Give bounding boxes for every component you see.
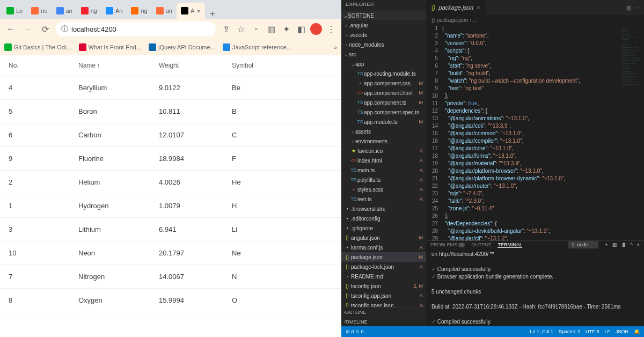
status-spaces[interactable]: Spaces: 2: [559, 329, 580, 334]
file-item[interactable]: {}tsconfig.app.jsonA: [341, 291, 426, 301]
bookmark-item[interactable]: Git Basics | The Odi...: [4, 43, 71, 51]
code-editor[interactable]: 1234567891011121314151617181920212223242…: [426, 25, 644, 240]
terminal-tab[interactable]: TERMINAL: [497, 242, 522, 248]
close-icon[interactable]: ×: [196, 7, 201, 15]
file-item[interactable]: ▪karma.conf.jsA: [341, 243, 426, 252]
file-label: package-lock.json: [351, 264, 394, 270]
file-item[interactable]: TStest.tsA: [341, 194, 426, 204]
cell-weight: 10.811: [159, 107, 232, 115]
browser-tab[interactable]: no: [27, 3, 52, 19]
editor-tab[interactable]: {}package.json×: [426, 0, 486, 15]
material-table: No. Name↑ Weight Symbol 4Beryllium9.0122…: [0, 55, 341, 312]
back-button[interactable]: ←: [4, 23, 17, 35]
line-number: 5: [426, 55, 438, 62]
file-item[interactable]: TSapp.component.spec.ts: [341, 107, 426, 117]
header-symbol[interactable]: Symbol: [232, 62, 286, 69]
new-tab-button[interactable]: +: [205, 9, 220, 19]
file-item[interactable]: ★favicon.icoA: [341, 146, 426, 156]
browser-tab[interactable]: Lo: [2, 3, 27, 19]
url-text: localhost:4200: [71, 25, 116, 33]
status-lang[interactable]: JSON: [616, 329, 628, 334]
file-item[interactable]: {}package.jsonM: [341, 252, 426, 262]
problems-tab[interactable]: PROBLEMS2: [430, 242, 465, 247]
file-item[interactable]: TSapp-routing.module.ts: [341, 69, 426, 78]
bookmark-item[interactable]: What Is Front-End...: [79, 43, 141, 51]
file-item[interactable]: ▪.editorconfig: [341, 214, 426, 223]
browser-tab[interactable]: an: [52, 3, 77, 19]
header-weight[interactable]: Weight: [159, 62, 232, 69]
file-item[interactable]: TSapp.component.tsM: [341, 98, 426, 107]
ext-icon[interactable]: ▥: [265, 24, 277, 34]
more-tab[interactable]: ···: [529, 242, 533, 247]
maximize-icon[interactable]: ^: [631, 242, 633, 247]
folder-item[interactable]: ›assets: [341, 127, 426, 136]
address-bar[interactable]: ⓘ localhost:4200: [56, 21, 216, 36]
status-eol[interactable]: LF: [604, 329, 610, 334]
root-folder[interactable]: ⌄SORTONE: [341, 11, 426, 20]
folder-item[interactable]: ›environments: [341, 136, 426, 146]
header-name[interactable]: Name↑: [78, 62, 159, 69]
split-terminal-icon[interactable]: ▥: [612, 242, 617, 247]
folder-item[interactable]: ›.vscode: [341, 30, 426, 40]
status-errors[interactable]: ⊘ 0 ⚠ 0: [346, 329, 364, 334]
file-item[interactable]: {}angular.jsonM: [341, 233, 426, 243]
browser-tab[interactable]: ng: [127, 3, 151, 19]
bookmark-icon[interactable]: ☆: [235, 24, 247, 34]
file-item[interactable]: TSmain.tsA: [341, 165, 426, 175]
status-bell-icon[interactable]: 🔔: [634, 329, 640, 334]
shell-select[interactable]: 1: node: [568, 241, 598, 248]
header-no[interactable]: No.: [9, 62, 78, 69]
reload-button[interactable]: ⟳: [39, 23, 52, 35]
bookmark-overflow-icon[interactable]: »: [334, 44, 337, 50]
file-label: .angular: [349, 23, 368, 28]
folder-item[interactable]: ›.angular: [341, 20, 426, 30]
file-item[interactable]: {}package-lock.jsonA: [341, 262, 426, 272]
bookmark-item[interactable]: jQuery API Docume...: [149, 43, 215, 51]
code-line: "@angular-devkit/build-angular": "~13.1.…: [442, 228, 644, 235]
line-number: 10: [426, 92, 438, 100]
more-icon[interactable]: ···: [635, 5, 640, 11]
file-item[interactable]: TSpolyfills.tsA: [341, 175, 426, 185]
file-item[interactable]: {}tsconfig.json2, M: [341, 281, 426, 291]
timeline-section[interactable]: ›TIMELINE: [341, 317, 426, 326]
outline-section[interactable]: ›OUTLINE: [341, 307, 426, 317]
menu-icon[interactable]: ⋮: [325, 24, 337, 34]
new-terminal-icon[interactable]: +: [605, 242, 608, 247]
status-position[interactable]: Ln 1, Col 1: [530, 329, 553, 334]
file-item[interactable]: ▪README.md: [341, 272, 426, 281]
panel-icon[interactable]: ◧: [295, 24, 307, 34]
output-tab[interactable]: OUTPUT: [471, 242, 491, 247]
folder-item[interactable]: ⌄src: [341, 49, 426, 59]
puzzle-icon[interactable]: ✦: [280, 24, 292, 34]
bookmark-item[interactable]: JavaScript reference...: [223, 43, 291, 51]
status-encoding[interactable]: UTF-8: [586, 329, 599, 334]
file-item[interactable]: ▪styles.scssA: [341, 185, 426, 194]
breadcrumb[interactable]: {} package.json › ...: [426, 15, 644, 25]
file-item[interactable]: ▪app.component.cssM: [341, 78, 426, 88]
file-item[interactable]: <>index.htmlA: [341, 156, 426, 165]
file-item[interactable]: {}tsconfig.spec.jsonA: [341, 301, 426, 307]
folder-item[interactable]: ⌄app: [341, 59, 426, 69]
file-label: tsconfig.app.json: [351, 293, 391, 299]
file-item[interactable]: ▪.browserslistrc: [341, 204, 426, 214]
kill-terminal-icon[interactable]: 🗑: [621, 242, 626, 247]
site-info-icon[interactable]: ⓘ: [61, 24, 68, 34]
browser-tab[interactable]: an: [152, 3, 177, 19]
forward-button[interactable]: →: [21, 23, 34, 35]
bookmark-label: Git Basics | The Odi...: [14, 44, 71, 50]
terminal-line: Build at: 2022-07-31T16:28:46.133Z - Has…: [431, 303, 639, 311]
close-icon[interactable]: ×: [477, 4, 480, 11]
close-panel-icon[interactable]: ×: [637, 242, 640, 247]
browser-tab[interactable]: An: [101, 3, 127, 19]
share-icon[interactable]: ⇪: [220, 24, 232, 34]
file-item[interactable]: <>app.component.htmlM: [341, 88, 426, 98]
browser-tab[interactable]: A×: [177, 3, 205, 19]
folder-item[interactable]: ›node_modules: [341, 40, 426, 49]
ext-icon[interactable]: ▫: [250, 24, 262, 34]
avatar[interactable]: [310, 23, 322, 35]
terminal-output[interactable]: on http://localhost:4200/ ** ✓ Compiled …: [426, 248, 644, 326]
split-icon[interactable]: ▥: [626, 5, 631, 11]
file-item[interactable]: TSapp.module.tsM: [341, 117, 426, 127]
file-item[interactable]: ▪.gitignore: [341, 223, 426, 233]
browser-tab[interactable]: ng: [77, 3, 101, 19]
